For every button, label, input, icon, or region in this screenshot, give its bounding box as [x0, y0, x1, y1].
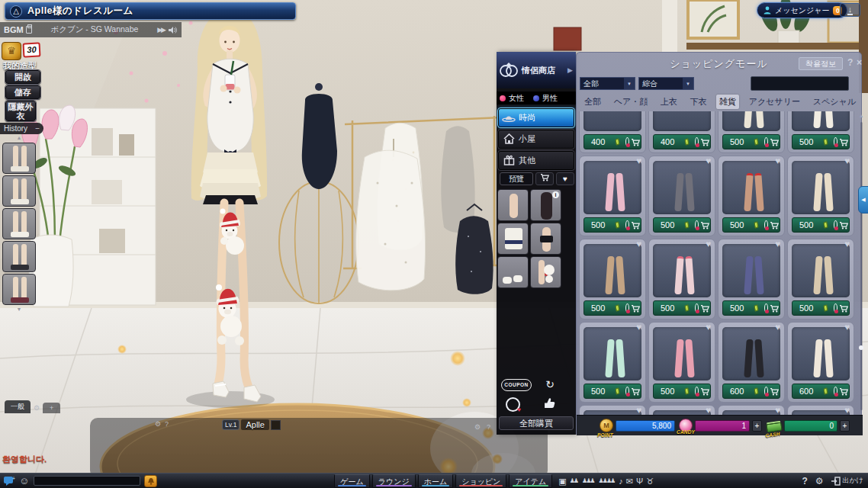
preview-slot-hair[interactable]: i: [530, 189, 561, 221]
history-scroll-up-icon[interactable]: ▲: [17, 135, 22, 141]
favorite-icon[interactable]: ♥: [636, 239, 641, 249]
shop-item-card[interactable]: ♥ 500: [718, 111, 785, 153]
add-to-cart-icon[interactable]: [770, 221, 780, 230]
favorite-icon[interactable]: ♥: [706, 322, 711, 332]
hide-outerwear-button[interactable]: 隱藏外衣: [5, 101, 36, 121]
chat-settings-icon[interactable]: ⚙: [155, 420, 161, 428]
try-on-icon[interactable]: [695, 387, 699, 396]
try-on-icon[interactable]: [625, 137, 629, 146]
buy-all-button[interactable]: 全部購買: [499, 416, 574, 430]
couple-shop-header[interactable]: 情侶商店 ▶: [497, 52, 576, 88]
chat-tab-gear-icon[interactable]: ⚙: [34, 404, 40, 413]
sort-dropdown[interactable]: 綜合▼: [638, 77, 694, 90]
try-on-icon[interactable]: [764, 387, 768, 396]
female-radio[interactable]: [500, 95, 506, 101]
shop-tab-ヘア・顔[interactable]: ヘア・顔: [611, 95, 651, 109]
favorite-icon[interactable]: ♥: [775, 239, 780, 249]
favorite-icon[interactable]: ♥: [844, 405, 850, 415]
preview-favorite-button[interactable]: ♥: [556, 172, 574, 185]
shop-item-card[interactable]: ♥ 600: [787, 322, 854, 403]
try-on-icon[interactable]: [695, 303, 699, 313]
favorite-icon[interactable]: ♥: [775, 156, 780, 166]
chat-help-icon[interactable]: ?: [165, 420, 169, 428]
bunny-icon[interactable]: ♉: [646, 474, 652, 488]
taskbar-button-アイテム[interactable]: アイテム: [509, 474, 552, 488]
favorite-icon[interactable]: ♥: [775, 322, 780, 332]
shop-item-card[interactable]: ♥ 500: [579, 239, 646, 319]
chat-tab-general[interactable]: 一般: [5, 400, 31, 413]
overlay-help-icon[interactable]: ?: [487, 423, 490, 431]
add-to-cart-icon[interactable]: [839, 221, 849, 230]
try-on-icon[interactable]: [695, 137, 699, 146]
refresh-icon[interactable]: ↻: [541, 377, 559, 392]
favorite-icon[interactable]: ♥: [706, 405, 711, 415]
emoticon-icon[interactable]: ☺: [19, 476, 29, 486]
try-on-icon[interactable]: [834, 303, 837, 313]
help-icon[interactable]: ?: [847, 57, 853, 68]
shop-item-card[interactable]: ♥ 500: [718, 239, 785, 319]
collapse-side-tab[interactable]: ◀: [858, 186, 868, 214]
add-to-cart-icon[interactable]: [839, 304, 849, 313]
add-to-cart-icon[interactable]: [631, 221, 641, 230]
shop-tab-下衣[interactable]: 下衣: [686, 95, 709, 109]
shop-item-card[interactable]: ♥ 500: [648, 239, 715, 319]
try-on-icon[interactable]: [834, 387, 837, 396]
preview-slot-bear-accessory[interactable]: [530, 256, 561, 288]
add-to-cart-icon[interactable]: [839, 138, 849, 146]
favorite-icon[interactable]: ♥: [636, 156, 641, 166]
history-scroll-down-icon[interactable]: ▼: [17, 307, 22, 313]
add-cash-button[interactable]: +: [840, 420, 850, 432]
favorite-icon[interactable]: ♥: [844, 322, 850, 332]
add-to-cart-icon[interactable]: [700, 138, 710, 146]
id-card-icon[interactable]: ▣: [558, 474, 564, 488]
shop-item-card[interactable]: ♥ 500: [648, 156, 715, 236]
add-to-cart-icon[interactable]: [631, 387, 641, 396]
try-on-icon[interactable]: [834, 137, 837, 146]
history-item-white-sneakers[interactable]: [2, 208, 36, 239]
music-icon[interactable]: ♪: [619, 474, 622, 488]
favorite-icon[interactable]: ♥: [636, 405, 641, 415]
shop-item-card[interactable]: ♥ 600: [718, 322, 785, 403]
try-on-icon[interactable]: [695, 220, 699, 230]
add-to-cart-icon[interactable]: [700, 221, 710, 230]
try-on-icon[interactable]: [625, 387, 629, 396]
shop-tab-雑貨[interactable]: 雑貨: [716, 95, 739, 109]
shop-tab-アクセサリー[interactable]: アクセサリー: [746, 95, 803, 109]
next-track-icon[interactable]: ▶▶: [157, 26, 165, 34]
shop-item-card[interactable]: ♥: [648, 405, 715, 415]
add-to-cart-icon[interactable]: [839, 387, 849, 396]
favorite-icon[interactable]: ♥: [706, 239, 711, 249]
history-item-dark-red-heels[interactable]: [2, 274, 36, 305]
add-to-cart-icon[interactable]: [770, 138, 780, 146]
try-on-face-icon[interactable]: [506, 397, 520, 412]
favorite-icon[interactable]: ♥: [706, 156, 711, 166]
couple-menu-fashion[interactable]: 時尚: [498, 108, 574, 127]
add-candy-button[interactable]: +: [752, 420, 762, 432]
male-radio[interactable]: [533, 95, 539, 101]
mail-icon[interactable]: ✉: [626, 474, 632, 488]
add-to-cart-icon[interactable]: [770, 304, 780, 313]
group-icon[interactable]: ♟♟♟: [582, 474, 594, 488]
playlist-icon[interactable]: [26, 26, 32, 34]
favorite-icon[interactable]: ♥: [844, 239, 850, 249]
preview-slot-body[interactable]: [497, 189, 529, 221]
shop-item-card[interactable]: ♥ 500: [718, 156, 785, 236]
wear-info-button[interactable]: 착용정보: [799, 57, 843, 70]
shop-item-card[interactable]: ♥ 400: [579, 111, 646, 153]
shop-item-card[interactable]: ♥ 500: [579, 322, 646, 403]
shop-item-card[interactable]: ♥ 500: [648, 322, 715, 403]
overlay-gear-icon[interactable]: ⚙: [474, 423, 481, 431]
coupon-button[interactable]: COUPON: [501, 379, 532, 391]
add-to-cart-icon[interactable]: [700, 304, 710, 313]
taskbar-settings-icon[interactable]: ⚙: [815, 476, 824, 486]
try-on-icon[interactable]: [834, 220, 837, 230]
add-to-cart-icon[interactable]: [631, 138, 641, 146]
try-on-icon[interactable]: [625, 220, 629, 230]
taskbar-button-ゲーム[interactable]: ゲーム: [334, 474, 369, 488]
exit-button[interactable]: 出かけ: [831, 476, 863, 486]
add-to-cart-icon[interactable]: [631, 304, 641, 313]
crowd-icon[interactable]: ♟♟♟♟: [599, 474, 615, 488]
shop-item-card[interactable]: ♥ 500: [579, 156, 646, 236]
taskbar-button-ホーム[interactable]: ホーム: [418, 474, 453, 488]
preview-cart-button[interactable]: [535, 172, 554, 185]
